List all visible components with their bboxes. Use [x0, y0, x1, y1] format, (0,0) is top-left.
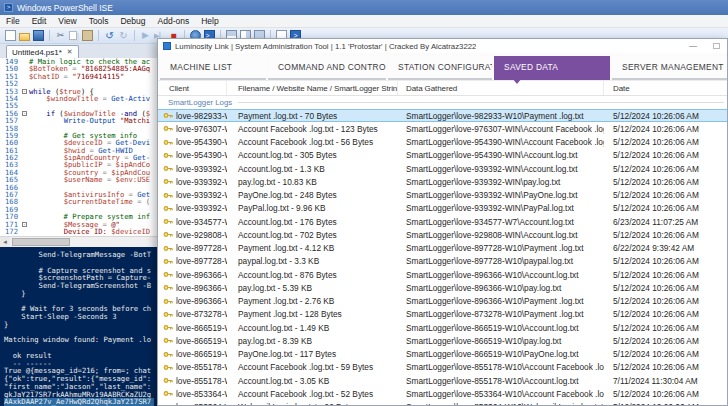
- script-tab[interactable]: Untitled4.ps1* ✕: [6, 45, 79, 58]
- table-row[interactable]: love-954390-WINAccount.log.txt - 305 Byt…: [158, 149, 727, 162]
- tab-command-and-control[interactable]: COMMAND AND CONTROL: [268, 56, 386, 80]
- tab-server-management[interactable]: SERVER MANAGEMENT: [612, 56, 727, 80]
- code-token: [29, 117, 64, 124]
- filename-cell: Account.log.txt - 305 Bytes: [227, 149, 398, 162]
- code-line: 151$ChatID = "7169414115": [0, 73, 160, 80]
- key-icon: [163, 230, 173, 239]
- client-name: love-939392-WIN: [176, 177, 227, 187]
- redo-icon[interactable]: ↻: [118, 30, 129, 41]
- menu-tools[interactable]: Tools: [83, 16, 115, 26]
- fold-collapse-icon[interactable]: -: [22, 222, 27, 227]
- fold-collapse-icon[interactable]: -: [22, 89, 27, 94]
- filename-cell: Webmail Login.log.txt - 92 Bytes: [227, 401, 398, 406]
- ise-menubar: FileEditViewToolsDebugAdd-onsHelp: [0, 15, 728, 28]
- code-token: $currentDateTime: [64, 198, 133, 205]
- menu-file[interactable]: File: [0, 16, 26, 26]
- table-row[interactable]: love-896366-W10Account.log.txt - 876 Byt…: [158, 268, 727, 281]
- key-icon: [163, 323, 173, 332]
- table-row[interactable]: love-976307-WINAccount Facebook .log.txt…: [158, 122, 727, 135]
- cut-icon[interactable]: ✂: [55, 30, 66, 41]
- fold-margin: -: [20, 111, 29, 116]
- fold-collapse-icon[interactable]: -: [22, 111, 27, 116]
- group-header-line: [238, 102, 724, 103]
- scroll-left-icon[interactable]: ◄: [0, 237, 10, 247]
- client-cell: love-853364-W10: [158, 401, 227, 406]
- table-row[interactable]: love-939392-WINAccount.log.txt - 1.3 KBS…: [158, 162, 727, 175]
- table-row[interactable]: love-982933-W10Payment .log.txt - 70 Byt…: [158, 109, 727, 122]
- table-row[interactable]: love-855178-W10Account.log.txt - 3.05 KB…: [158, 374, 727, 387]
- table-row[interactable]: love-855178-W10Account Facebook .log.txt…: [158, 361, 727, 374]
- luminosity-link-window: Luminosity Link | System Administration …: [157, 38, 728, 406]
- column-header-data-gathered[interactable]: Data Gathered: [398, 81, 604, 95]
- table-header[interactable]: ClientFilename / Website Name / SmartLog…: [158, 80, 727, 96]
- table-row[interactable]: love-939392-WINPayOne.log.txt - 248 Byte…: [158, 189, 727, 202]
- table-row[interactable]: love-934577-W7Account.log.txt - 176 Byte…: [158, 215, 727, 228]
- open-icon[interactable]: [19, 33, 30, 41]
- luminosity-titlebar[interactable]: Luminosity Link | System Administration …: [158, 39, 727, 53]
- paste-icon[interactable]: [82, 30, 93, 41]
- client-cell: love-939392-WIN: [158, 162, 227, 175]
- menu-view[interactable]: View: [52, 16, 82, 26]
- saved-data-table[interactable]: love-982933-W10Payment .log.txt - 70 Byt…: [158, 109, 727, 405]
- tab-machine-list[interactable]: MACHINE LIST: [160, 56, 266, 80]
- filename-cell: Payment .log.txt - 4.12 KB: [227, 242, 398, 255]
- menu-edit[interactable]: Edit: [26, 16, 53, 26]
- minimize-icon[interactable]: —: [689, 43, 697, 49]
- key-icon: [163, 138, 173, 147]
- code-line: 172 Device ID: $deviceID: [0, 228, 160, 235]
- key-icon: [163, 283, 173, 292]
- undo-icon[interactable]: ↺: [104, 30, 115, 41]
- key-icon: [163, 164, 173, 173]
- table-row[interactable]: love-929808-WINAccount.log.txt - 702 Byt…: [158, 228, 727, 241]
- column-header-filename-website-name-smartlogger-string[interactable]: Filename / Website Name / SmartLogger St…: [227, 81, 398, 95]
- table-row[interactable]: love-896366-W10Payment .log.txt - 2.76 K…: [158, 295, 727, 308]
- client-cell: love-896366-W10: [158, 268, 227, 281]
- close-tab-icon[interactable]: ✕: [67, 48, 73, 56]
- new-script-icon[interactable]: [5, 30, 16, 41]
- client-name: love-855178-W10: [176, 376, 227, 386]
- table-row[interactable]: love-866519-W10Account.log.txt - 1.49 KB…: [158, 321, 727, 334]
- table-row[interactable]: love-897728-W10Payment .log.txt - 4.12 K…: [158, 242, 727, 255]
- tab-saved-data[interactable]: SAVED DATA: [494, 56, 610, 80]
- group-header[interactable]: SmartLogger Logs: [158, 96, 727, 108]
- table-row[interactable]: love-853364-W10Account Facebook .log.txt…: [158, 387, 727, 400]
- table-row[interactable]: love-866519-W10pay.log.txt - 8.39 KBSmar…: [158, 334, 727, 347]
- date-cell: 5/12/2024 10:26:06 AM: [604, 268, 727, 281]
- key-icon: [163, 244, 173, 253]
- client-cell: love-976307-WIN: [158, 122, 227, 135]
- table-row[interactable]: love-939392-WINpay.log.txt - 10.83 KBSma…: [158, 175, 727, 188]
- data-gathered-cell: SmartLogger\love-939392-WIN\pay.log.txt: [398, 175, 604, 188]
- ise-titlebar[interactable]: > Windows PowerShell ISE: [0, 0, 728, 15]
- client-cell: love-853364-W10: [158, 387, 227, 400]
- table-row[interactable]: love-897728-W10paypal.log.txt - 3.3 KBSm…: [158, 255, 727, 268]
- key-icon: [163, 310, 173, 319]
- editor-horizontal-scrollbar[interactable]: ◄: [0, 236, 160, 247]
- filename-cell: Account.log.txt - 1.49 KB: [227, 321, 398, 334]
- table-row[interactable]: love-853364-W10Webmail Login.log.txt - 9…: [158, 401, 727, 406]
- table-row[interactable]: love-866519-W10PayOne.log.txt - 117 Byte…: [158, 348, 727, 361]
- data-gathered-cell: SmartLogger\love-896366-W10\Account.log.…: [398, 268, 604, 281]
- scrollbar-thumb[interactable]: [12, 238, 70, 246]
- code-token: $env:USE: [116, 176, 151, 183]
- table-row[interactable]: love-954390-WINAccount Facebook .log.txt…: [158, 136, 727, 149]
- data-gathered-cell: SmartLogger\love-866519-W10\Account.log.…: [398, 321, 604, 334]
- menu-add-ons[interactable]: Add-ons: [152, 16, 196, 26]
- menu-help[interactable]: Help: [195, 16, 224, 26]
- window-controls: —: [689, 43, 722, 49]
- table-row[interactable]: love-896366-W10pay.log.txt - 5.39 KBSmar…: [158, 281, 727, 294]
- column-header-date[interactable]: Date: [604, 81, 727, 95]
- script-editor[interactable]: 149# Main logic to check the ac150$BotTo…: [0, 58, 160, 236]
- key-icon: [163, 111, 173, 120]
- run-script-icon[interactable]: ▶: [140, 30, 151, 41]
- save-icon[interactable]: [33, 30, 44, 41]
- tab-station-configuration[interactable]: STATION CONFIGURATION: [388, 56, 492, 80]
- copy-icon[interactable]: [69, 31, 77, 40]
- menu-debug[interactable]: Debug: [114, 16, 151, 26]
- key-icon: [163, 124, 173, 133]
- table-row[interactable]: love-939392-WINPayPal.log.txt - 9.96 KBS…: [158, 202, 727, 215]
- filename-cell: Payment .log.txt - 2.76 KB: [227, 295, 398, 308]
- column-header-client[interactable]: Client: [158, 81, 227, 95]
- table-row[interactable]: love-873278-W10Payment .log.txt - 128 By…: [158, 308, 727, 321]
- date-cell: 5/12/2024 10:26:06 AM: [604, 387, 727, 400]
- maximize-icon[interactable]: [713, 43, 720, 49]
